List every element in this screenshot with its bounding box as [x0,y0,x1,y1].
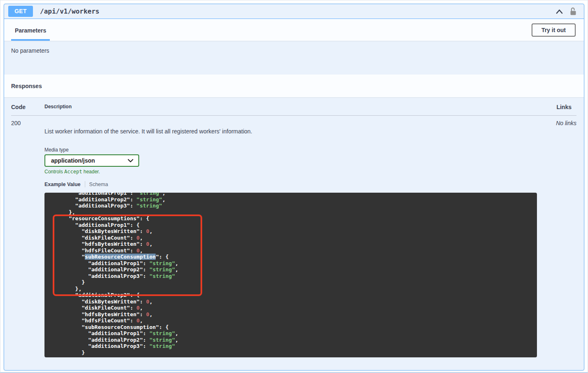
hint-prefix: Controls [44,169,64,175]
unlock-icon[interactable] [569,7,577,16]
endpoint-path: /api/v1/workers [40,7,555,15]
responses-table-head: Code Description Links [11,97,576,116]
http-method-badge: GET [8,6,33,17]
model-tabs: Example Value Schema [44,181,537,187]
response-links: No links [556,120,576,126]
tab-parameters[interactable]: Parameters [11,19,50,41]
hint-suffix: header. [82,169,100,175]
response-row-200: 200 List worker information of the servi… [11,116,576,357]
tab-example-value[interactable]: Example Value [44,182,81,187]
responses-section-title: Responses [11,83,42,89]
parameters-header: Parameters Try it out [4,19,584,41]
responses-header: Responses [4,75,584,97]
example-code-block[interactable]: "additionalProp1": "string", "additional… [44,193,537,357]
media-type-selected-value: application/json [51,157,95,164]
tab-schema[interactable]: Schema [89,182,108,187]
endpoint-summary[interactable]: GET /api/v1/workers [4,4,584,19]
example-json-code[interactable]: "additionalProp1": "string", "additional… [44,193,537,356]
response-code: 200 [11,120,44,357]
response-description: List worker information of the service. … [44,128,537,135]
chevron-up-icon[interactable] [555,8,563,15]
no-parameters-text: No parameters [11,47,576,54]
swagger-page: GET /api/v1/workers Parameters Try it ou… [0,0,588,373]
column-header-description: Description [44,104,537,110]
try-it-out-button[interactable]: Try it out [532,23,576,37]
opblock-get-workers: GET /api/v1/workers Parameters Try it ou… [4,4,584,371]
accept-header-hint: Controls Accept header. [44,169,537,175]
parameters-body: No parameters [4,41,584,75]
tab-divider [85,181,85,187]
column-header-links: Links [537,104,576,110]
responses-body: Code Description Links 200 List worker i… [4,97,584,365]
media-type-select[interactable]: application/json [44,154,139,167]
media-type-label: Media type [44,147,537,153]
hint-accept-code: Accept [64,169,82,175]
tab-parameters-label: Parameters [15,27,46,34]
column-header-code: Code [11,104,44,110]
chevron-down-icon [128,159,133,163]
